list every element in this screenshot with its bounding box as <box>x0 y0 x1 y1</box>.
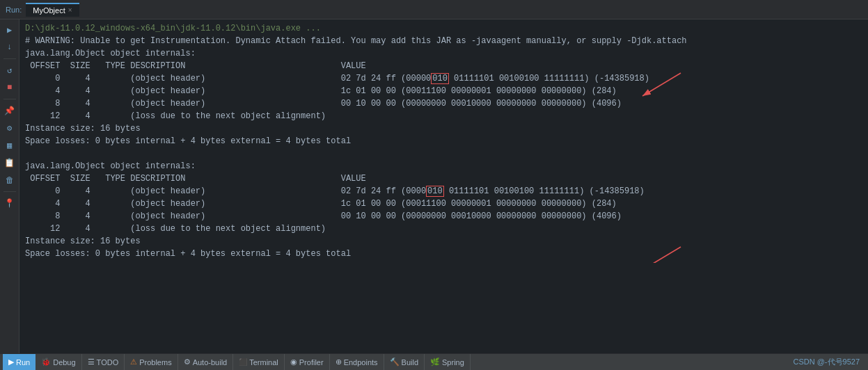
console-line-colheader2: OFFSET SIZE TYPE DESCRIPTION VALUE <box>25 172 862 185</box>
highlight-box-2: 010 <box>426 186 444 197</box>
console-line-row1-offset12: 12 4 (loss due to the next object alignm… <box>25 110 862 122</box>
debug-label: Debug <box>53 358 75 367</box>
console-line-header1: java.lang.Object object internals: <box>25 47 862 60</box>
console-line-space2: Space losses: 0 bytes internal + 4 bytes… <box>25 248 862 260</box>
terminal-status-item[interactable]: ⬛ Terminal <box>233 354 285 370</box>
endpoints-icon: ⊕ <box>336 357 342 367</box>
console-line-row2-offset12: 12 4 (loss due to the next object alignm… <box>25 223 862 235</box>
build-status-item[interactable]: 🔨 Build <box>384 354 425 370</box>
run-btn[interactable]: ▶ <box>2 22 17 38</box>
tab-close-icon[interactable]: × <box>68 6 72 14</box>
todo-icon: ☰ <box>88 357 95 367</box>
console-line-row2-offset8: 8 4 (object header) 00 10 00 00 (0000000… <box>25 210 862 223</box>
copy-btn[interactable]: 📋 <box>2 155 17 170</box>
run-status-item[interactable]: ▶ Run <box>3 354 35 370</box>
top-bar: Run: MyObject × <box>0 0 868 19</box>
filter-btn[interactable]: ▦ <box>2 138 17 153</box>
console-line-instance1: Instance size: 16 bytes <box>25 122 862 135</box>
problems-label: Problems <box>139 358 171 367</box>
todo-label: TODO <box>97 358 119 367</box>
console-output[interactable]: D:\jdk-11.0.12_windows-x64_bin\jdk-11.0.… <box>19 19 868 263</box>
myobject-tab[interactable]: MyObject × <box>26 3 79 17</box>
run-sidebar: ▶ ↓ ↺ ■ 📌 ⚙ ▦ 📋 🗑 📍 <box>0 19 19 353</box>
console-line-row2-offset4: 4 4 (object header) 1c 01 00 00 (0001110… <box>25 198 862 210</box>
separator-3 <box>3 191 16 192</box>
profiler-label: Profiler <box>299 358 324 367</box>
console-line-row1-offset4: 4 4 (object header) 1c 01 00 00 (0001110… <box>25 85 862 97</box>
settings-btn[interactable]: ⚙ <box>2 120 17 136</box>
console-line-blank <box>25 147 862 160</box>
console-line-row1-offset8: 8 4 (object header) 00 10 00 00 (0000000… <box>25 97 862 110</box>
debug-icon: 🐞 <box>41 357 51 367</box>
status-bar: ▶ Run 🐞 Debug ☰ TODO ⚠ Problems ⚙ Auto-b… <box>0 353 868 370</box>
rerun-btn[interactable]: ↺ <box>2 63 17 78</box>
endpoints-status-item[interactable]: ⊕ Endpoints <box>330 354 384 370</box>
console-line-path: D:\jdk-11.0.12_windows-x64_bin\jdk-11.0.… <box>25 22 862 35</box>
console-line-instance2: Instance size: 16 bytes <box>25 235 862 248</box>
main-area: ▶ ↓ ↺ ■ 📌 ⚙ ▦ 📋 🗑 📍 D:\jdk-11.0.12_windo… <box>0 19 868 353</box>
profiler-icon: ◉ <box>290 357 297 367</box>
delete-btn[interactable]: 🗑 <box>2 172 17 188</box>
spring-status-item[interactable]: 🌿 Spring <box>425 354 471 370</box>
build-label: Build <box>402 358 418 367</box>
terminal-icon: ⬛ <box>239 358 247 366</box>
console-wrapper: D:\jdk-11.0.12_windows-x64_bin\jdk-11.0.… <box>19 19 868 353</box>
terminal-label: Terminal <box>249 358 278 367</box>
console-line-space1: Space losses: 0 bytes internal + 4 bytes… <box>25 135 862 147</box>
autobuild-label: Auto-build <box>193 358 228 367</box>
problems-status-item[interactable]: ⚠ Problems <box>125 354 177 370</box>
pinned-btn[interactable]: 📌 <box>2 103 17 118</box>
profiler-status-item[interactable]: ◉ Profiler <box>285 354 330 370</box>
debug-status-item[interactable]: 🐞 Debug <box>35 354 81 370</box>
console-line-warning: # WARNING: Unable to get Instrumentation… <box>25 35 862 47</box>
highlight-box-1: 010 <box>431 73 449 84</box>
console-line-colheader1: OFFSET SIZE TYPE DESCRIPTION VALUE <box>25 60 862 72</box>
autobuild-status-item[interactable]: ⚙ Auto-build <box>178 354 234 370</box>
build-icon: 🔨 <box>390 357 400 367</box>
console-line-row2-offset0: 0 4 (object header) 02 7d 24 ff (0000010… <box>25 185 862 198</box>
csdn-label: CSDN @-代号9527 <box>793 357 865 367</box>
autobuild-icon: ⚙ <box>184 357 191 367</box>
problems-icon: ⚠ <box>130 357 137 367</box>
todo-status-item[interactable]: ☰ TODO <box>82 354 125 370</box>
run-status-icon: ▶ <box>8 357 14 367</box>
separator-1 <box>3 58 16 59</box>
spring-label: Spring <box>442 358 464 367</box>
run-label: Run: <box>6 6 22 14</box>
tab-label: MyObject <box>33 6 65 15</box>
run-status-label: Run <box>16 358 30 367</box>
stop-btn[interactable]: ■ <box>2 80 17 95</box>
pin2-btn[interactable]: 📍 <box>2 195 17 211</box>
spring-icon: 🌿 <box>430 357 440 367</box>
separator-2 <box>3 99 16 99</box>
endpoints-label: Endpoints <box>344 358 378 367</box>
console-line-header2: java.lang.Object object internals: <box>25 160 862 172</box>
down-arrow-btn[interactable]: ↓ <box>2 40 17 55</box>
console-line-row1-offset0: 0 4 (object header) 02 7d 24 ff (0000001… <box>25 72 862 85</box>
